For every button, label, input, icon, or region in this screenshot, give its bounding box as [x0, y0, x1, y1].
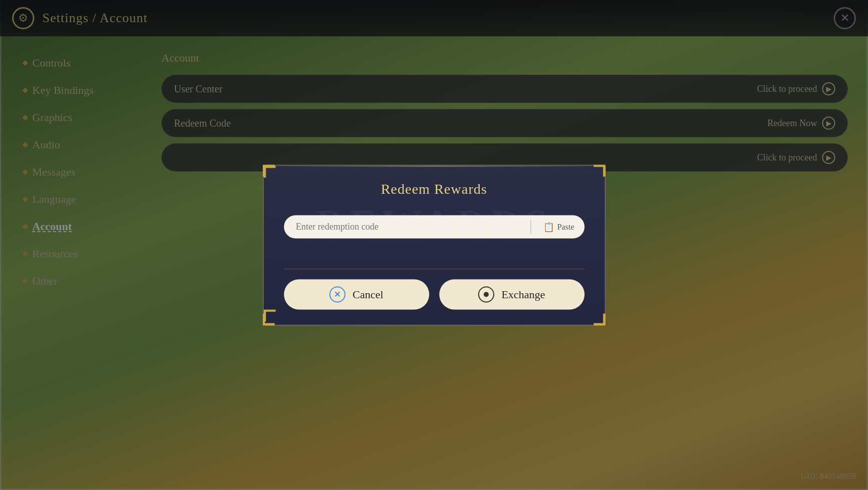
- corner-br-decoration: [594, 313, 606, 325]
- cancel-button[interactable]: ✕ Cancel: [284, 279, 429, 309]
- cancel-x-icon: ✕: [329, 286, 345, 302]
- dialog-body: 📋 Paste: [264, 205, 605, 263]
- paste-icon: 📋: [543, 221, 554, 232]
- corner-bl-decoration: [263, 313, 275, 325]
- dialog-bottom-divider: [284, 268, 585, 269]
- redeem-dialog: Redeem Rewards REWARDS 📋 Paste ✕ Cancel …: [263, 165, 606, 325]
- redemption-input-row[interactable]: 📋 Paste: [284, 215, 585, 238]
- paste-button[interactable]: 📋 Paste: [535, 217, 583, 236]
- dialog-buttons: ✕ Cancel Exchange: [264, 274, 605, 309]
- redemption-code-input[interactable]: [296, 222, 527, 232]
- input-divider: [531, 220, 531, 234]
- dialog-title: Redeem Rewards: [264, 167, 605, 205]
- exchange-button[interactable]: Exchange: [439, 279, 585, 309]
- exchange-o-icon: [478, 286, 494, 302]
